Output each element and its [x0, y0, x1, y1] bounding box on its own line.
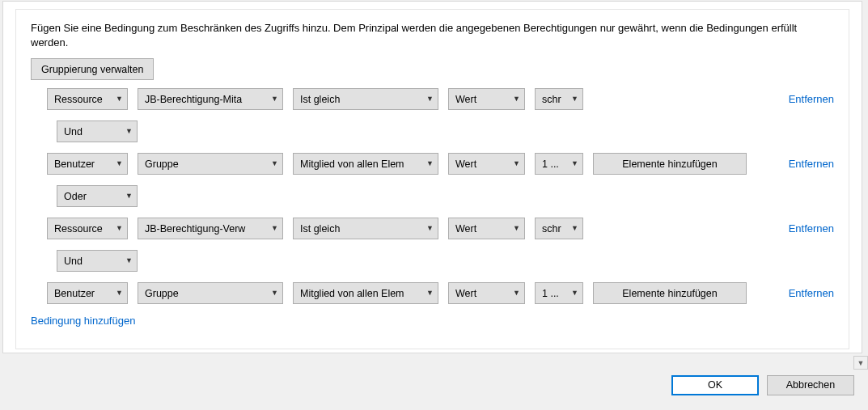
description-text: Fügen Sie eine Bedingung zum Beschränken…	[31, 21, 834, 50]
chevron-down-icon: ▼	[571, 95, 578, 103]
value-type-dropdown[interactable]: Wert▼	[448, 282, 525, 304]
type-dropdown[interactable]: Ressource▼	[47, 218, 128, 239]
scroll-down-arrow[interactable]: ▼	[853, 356, 868, 370]
conditions-panel-frame: Fügen Sie eine Bedingung zum Beschränken…	[2, 1, 862, 353]
value-type-dropdown[interactable]: Wert▼	[448, 153, 525, 175]
chevron-down-icon: ▼	[271, 225, 278, 232]
chevron-down-icon: ▼	[426, 290, 434, 297]
chevron-down-icon: ▼	[513, 95, 520, 103]
type-dropdown[interactable]: Ressource▼	[47, 88, 128, 110]
add-elements-button[interactable]: Elemente hinzufügen	[593, 153, 747, 175]
value-dropdown[interactable]: 1 ...▼	[535, 153, 583, 175]
manage-grouping-button[interactable]: Gruppierung verwalten	[31, 58, 154, 80]
attribute-dropdown[interactable]: Gruppe▼	[138, 282, 283, 304]
chevron-down-icon: ▼	[125, 257, 133, 264]
logic-row: Oder▼	[47, 185, 834, 207]
value-type-dropdown[interactable]: Wert▼	[448, 88, 525, 110]
chevron-down-icon: ▼	[857, 359, 865, 367]
add-elements-button[interactable]: Elemente hinzufügen	[593, 282, 747, 304]
remove-link[interactable]: Entfernen	[777, 158, 834, 170]
operator-dropdown[interactable]: Mitglied von allen Elem▼	[293, 282, 438, 304]
logic-operator-dropdown[interactable]: Oder▼	[57, 185, 138, 207]
attribute-dropdown[interactable]: Gruppe▼	[138, 153, 283, 175]
chevron-down-icon: ▼	[116, 225, 123, 232]
remove-link[interactable]: Entfernen	[777, 287, 834, 299]
chevron-down-icon: ▼	[513, 225, 520, 232]
conditions-panel: Fügen Sie eine Bedingung zum Beschränken…	[15, 9, 849, 349]
logic-operator-dropdown[interactable]: Und▼	[57, 250, 138, 272]
chevron-down-icon: ▼	[271, 95, 278, 103]
chevron-down-icon: ▼	[513, 290, 520, 297]
chevron-down-icon: ▼	[271, 290, 278, 297]
chevron-down-icon: ▼	[125, 128, 133, 135]
dialog-button-bar: OK Abbrechen	[0, 369, 862, 401]
condition-row: Benutzer▼ Gruppe▼ Mitglied von allen Ele…	[47, 153, 834, 175]
chevron-down-icon: ▼	[271, 160, 278, 167]
chevron-down-icon: ▼	[426, 225, 434, 232]
chevron-down-icon: ▼	[116, 290, 123, 297]
type-dropdown[interactable]: Benutzer▼	[47, 153, 128, 175]
condition-row: Benutzer▼ Gruppe▼ Mitglied von allen Ele…	[47, 282, 834, 304]
remove-link[interactable]: Entfernen	[777, 222, 834, 235]
logic-row: Und▼	[47, 120, 834, 142]
chevron-down-icon: ▼	[571, 160, 578, 167]
logic-row: Und▼	[47, 250, 834, 272]
condition-row: Ressource▼ JB-Berechtigung-Mita▼ Ist gle…	[47, 88, 834, 110]
operator-dropdown[interactable]: Ist gleich▼	[293, 88, 438, 110]
chevron-down-icon: ▼	[125, 192, 133, 200]
cancel-button[interactable]: Abbrechen	[767, 375, 854, 395]
condition-rows: Ressource▼ JB-Berechtigung-Mita▼ Ist gle…	[31, 80, 834, 304]
chevron-down-icon: ▼	[571, 290, 578, 297]
type-dropdown[interactable]: Benutzer▼	[47, 282, 128, 304]
chevron-down-icon: ▼	[116, 160, 123, 167]
chevron-down-icon: ▼	[513, 160, 520, 167]
operator-dropdown[interactable]: Ist gleich▼	[293, 218, 438, 239]
ok-button[interactable]: OK	[671, 375, 759, 395]
chevron-down-icon: ▼	[116, 95, 123, 103]
value-type-dropdown[interactable]: Wert▼	[448, 218, 525, 239]
value-dropdown[interactable]: 1 ...▼	[535, 282, 583, 304]
chevron-down-icon: ▼	[426, 95, 434, 103]
remove-link[interactable]: Entfernen	[777, 93, 834, 105]
value-dropdown[interactable]: schr▼	[535, 88, 583, 110]
attribute-dropdown[interactable]: JB-Berechtigung-Verw▼	[138, 218, 283, 239]
logic-operator-dropdown[interactable]: Und▼	[57, 120, 138, 142]
operator-dropdown[interactable]: Mitglied von allen Elem▼	[293, 153, 438, 175]
chevron-down-icon: ▼	[426, 160, 434, 167]
value-dropdown[interactable]: schr▼	[535, 218, 583, 239]
condition-row: Ressource▼ JB-Berechtigung-Verw▼ Ist gle…	[47, 218, 834, 239]
add-condition-link[interactable]: Bedingung hinzufügen	[31, 315, 135, 327]
attribute-dropdown[interactable]: JB-Berechtigung-Mita▼	[138, 88, 283, 110]
chevron-down-icon: ▼	[571, 225, 578, 232]
